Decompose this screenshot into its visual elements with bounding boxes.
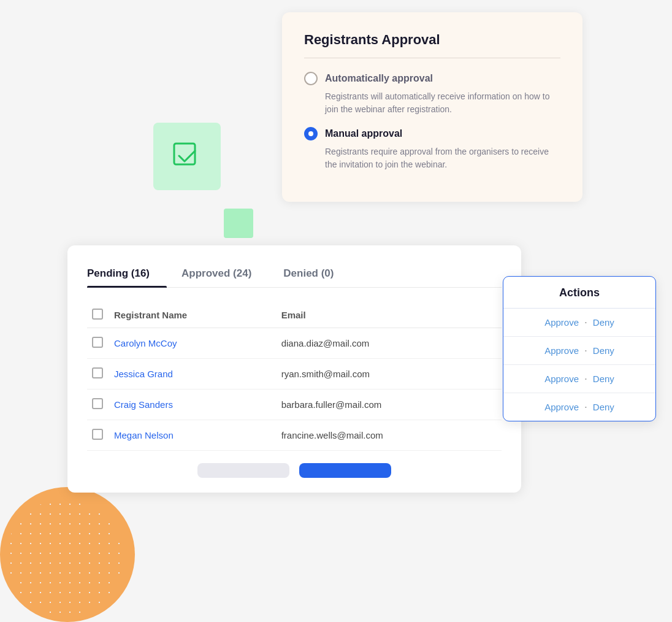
table-row: Craig Sanders barbara.fuller@mail.com (87, 390, 502, 420)
table-row: Jessica Grand ryan.smith@mail.com (87, 359, 502, 390)
tab-approved[interactable]: Approved (24) (181, 263, 269, 287)
approval-card-title: Registrants Approval (304, 32, 560, 48)
deco-orange-dots (6, 499, 123, 616)
table-footer (87, 463, 502, 478)
actions-row: Approve • Deny (503, 309, 655, 337)
col-email-header: Email (277, 302, 502, 328)
select-all-checkbox[interactable] (92, 309, 103, 320)
row-checkbox-cell (87, 328, 109, 359)
action-separator: • (585, 376, 587, 382)
tabs-container: Pending (16) Approved (24) Denied (0) (87, 263, 502, 288)
tab-pending[interactable]: Pending (16) (87, 263, 167, 287)
col-name-header: Registrant Name (109, 302, 277, 328)
deny-action[interactable]: Deny (593, 317, 614, 328)
row-email: ryan.smith@mail.com (277, 359, 502, 390)
actions-row: Approve • Deny (503, 393, 655, 421)
row-email: barbara.fuller@mail.com (277, 390, 502, 420)
row-checkbox[interactable] (92, 337, 103, 348)
action-separator: • (585, 348, 587, 353)
manual-radio[interactable] (304, 127, 318, 140)
table-row: Megan Nelson francine.wells@mail.com (87, 420, 502, 451)
manual-approval-option[interactable]: Manual approval Registrants require appr… (304, 127, 560, 171)
actions-panel: Actions Approve • Deny Approve • Deny Ap… (503, 276, 656, 421)
deco-green-small (224, 209, 253, 238)
save-button[interactable] (299, 463, 391, 478)
action-separator: • (585, 320, 587, 325)
row-name[interactable]: Craig Sanders (109, 390, 277, 420)
approve-action[interactable]: Approve (544, 345, 579, 356)
row-checkbox[interactable] (92, 367, 103, 378)
actions-panel-title: Actions (503, 277, 655, 309)
row-checkbox-cell (87, 359, 109, 390)
actions-row: Approve • Deny (503, 337, 655, 365)
col-checkbox-header (87, 302, 109, 328)
table-row: Carolyn McCoy diana.diaz@mail.com (87, 328, 502, 359)
manual-approval-label: Manual approval (325, 128, 402, 139)
row-checkbox[interactable] (92, 429, 103, 440)
row-name[interactable]: Jessica Grand (109, 359, 277, 390)
row-checkbox-cell (87, 420, 109, 451)
auto-approval-option[interactable]: Automatically approval Registrants will … (304, 72, 560, 116)
table-card: Pending (16) Approved (24) Denied (0) Re… (67, 245, 521, 493)
row-name[interactable]: Carolyn McCoy (109, 328, 277, 359)
cancel-button[interactable] (197, 463, 289, 478)
tab-denied[interactable]: Denied (0) (283, 263, 351, 287)
row-email: diana.diaz@mail.com (277, 328, 502, 359)
auto-radio[interactable] (304, 72, 318, 85)
auto-approval-label: Automatically approval (325, 73, 433, 84)
radio-inner-dot (308, 131, 313, 136)
manual-approval-desc: Registrants require approval from the or… (304, 145, 560, 171)
approval-card: Registrants Approval Automatically appro… (282, 12, 582, 202)
deny-action[interactable]: Deny (593, 402, 614, 412)
row-name[interactable]: Megan Nelson (109, 420, 277, 451)
deny-action[interactable]: Deny (593, 374, 614, 384)
auto-approval-desc: Registrants will automatically receive i… (304, 90, 560, 116)
approve-action[interactable]: Approve (544, 402, 579, 412)
deco-green-square (153, 123, 221, 190)
action-separator: • (585, 404, 587, 410)
deny-action[interactable]: Deny (593, 345, 614, 356)
row-checkbox-cell (87, 390, 109, 420)
approval-divider (304, 58, 560, 58)
check-square-icon (170, 140, 204, 173)
registrants-table: Registrant Name Email Carolyn McCoy dian… (87, 302, 502, 451)
row-checkbox[interactable] (92, 398, 103, 409)
approve-action[interactable]: Approve (544, 317, 579, 328)
actions-row: Approve • Deny (503, 365, 655, 393)
approve-action[interactable]: Approve (544, 374, 579, 384)
row-email: francine.wells@mail.com (277, 420, 502, 451)
